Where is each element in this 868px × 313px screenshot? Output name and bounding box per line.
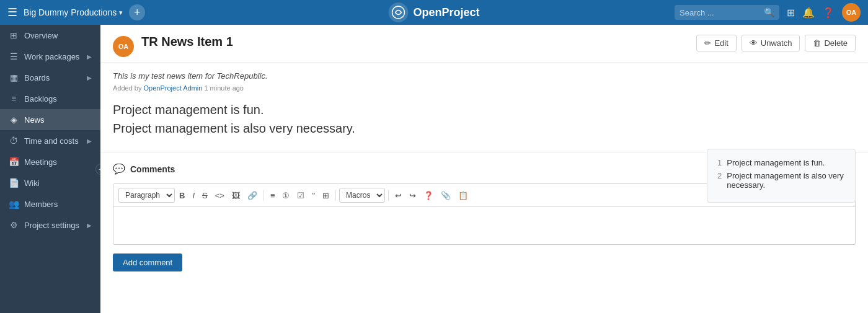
user-avatar[interactable]: OA: [842, 3, 861, 22]
trash-icon: 🗑: [813, 38, 821, 48]
add-comment-button[interactable]: Add comment: [113, 253, 182, 271]
sidebar-label-time-and-costs: Time and costs: [24, 136, 81, 146]
unwatch-button[interactable]: 👁 Unwatch: [742, 35, 800, 51]
grid-icon[interactable]: ⊞: [787, 7, 795, 19]
overview-icon: ⊞: [9, 30, 19, 40]
paragraph-select[interactable]: Paragraph: [118, 188, 175, 203]
toc-link-1[interactable]: Project management is fun.: [727, 158, 825, 167]
meetings-icon: 📅: [9, 157, 19, 167]
search-box[interactable]: 🔍: [675, 5, 779, 20]
undo-button[interactable]: ↩: [392, 188, 405, 203]
boards-expand-icon: ▶: [87, 74, 92, 81]
project-name-label[interactable]: Big Dummy Productions ▾: [24, 7, 123, 17]
news-meta: Added by OpenProject Admin 1 minute ago: [113, 84, 856, 92]
eye-icon: 👁: [750, 38, 758, 48]
backlogs-icon: ≡: [9, 94, 19, 104]
project-settings-expand-icon: ▶: [87, 222, 92, 229]
sidebar-label-overview: Overview: [24, 31, 92, 40]
work-packages-expand-icon: ▶: [87, 53, 92, 60]
sidebar-label-boards: Boards: [24, 73, 81, 82]
app-logo: OpenProject: [388, 2, 479, 22]
top-nav-left: ☰ Big Dummy Productions ▾ +: [7, 4, 145, 20]
news-description: This is my test news item for TechRepubl…: [113, 71, 856, 81]
sidebar-label-work-packages: Work packages: [24, 52, 81, 61]
sidebar-label-meetings: Meetings: [24, 157, 92, 167]
link-button[interactable]: 🔗: [244, 188, 260, 203]
news-content-line-2: Project management is also very necessar…: [113, 119, 856, 138]
sidebar-item-news[interactable]: ◈ News: [0, 109, 100, 130]
news-body: This is my test news item for TechRepubl…: [100, 63, 868, 146]
numbered-list-button[interactable]: ①: [279, 188, 293, 203]
redo-button[interactable]: ↪: [406, 188, 419, 203]
project-settings-icon: ⚙: [9, 220, 19, 230]
news-title: TR News Item 1: [141, 35, 233, 49]
sidebar-item-meetings[interactable]: 📅 Meetings: [0, 151, 100, 172]
sidebar-item-wiki[interactable]: 📄 Wiki: [0, 172, 100, 193]
sidebar-item-work-packages[interactable]: ☰ Work packages ▶: [0, 46, 100, 67]
comments-label: Comments: [130, 164, 175, 174]
italic-button[interactable]: I: [189, 188, 198, 203]
members-icon: 👥: [9, 199, 19, 209]
search-icon: 🔍: [764, 7, 774, 17]
edit-button[interactable]: ✏ Edit: [696, 35, 736, 51]
delete-button[interactable]: 🗑 Delete: [805, 35, 856, 51]
notification-icon[interactable]: 🔔: [802, 7, 815, 19]
sidebar-label-news: News: [24, 115, 92, 125]
sidebar-item-backlogs[interactable]: ≡ Backlogs: [0, 88, 100, 109]
toolbar-separator-3: [388, 190, 389, 201]
toolbar-separator-2: [335, 190, 336, 201]
sidebar: ◀ ⊞ Overview ☰ Work packages ▶ ▦ Boards …: [0, 25, 100, 313]
news-content-line-1: Project management is fun.: [113, 100, 856, 119]
quote-button[interactable]: ": [309, 188, 318, 203]
toc-num-1: 1: [717, 158, 722, 167]
sidebar-item-members[interactable]: 👥 Members: [0, 193, 100, 214]
search-input[interactable]: [680, 8, 760, 17]
toc-item-1: 1 Project management is fun.: [717, 158, 845, 167]
work-packages-icon: ☰: [9, 51, 19, 61]
hamburger-icon[interactable]: ☰: [7, 6, 17, 19]
top-nav: ☰ Big Dummy Productions ▾ + OpenProject …: [0, 0, 868, 25]
attach-button[interactable]: 📎: [438, 188, 454, 203]
news-author-avatar: OA: [113, 36, 134, 57]
embed-button[interactable]: 📋: [455, 188, 471, 203]
sidebar-label-wiki: Wiki: [24, 179, 92, 188]
comment-icon: 💬: [113, 163, 125, 175]
news-icon: ◈: [9, 115, 19, 125]
code-button[interactable]: <>: [212, 188, 228, 203]
wiki-icon: 📄: [9, 178, 19, 188]
comment-input[interactable]: [113, 207, 855, 244]
bold-button[interactable]: B: [176, 188, 188, 203]
sidebar-item-overview[interactable]: ⊞ Overview: [0, 25, 100, 46]
news-title-section: OA TR News Item 1: [113, 35, 233, 57]
sidebar-label-backlogs: Backlogs: [24, 94, 92, 104]
time-and-costs-expand-icon: ▶: [87, 138, 92, 144]
project-caret-icon: ▾: [119, 9, 123, 17]
strikethrough-button[interactable]: S: [199, 188, 211, 203]
news-header: OA TR News Item 1 ✏ Edit 👁 Unwatch 🗑 Del…: [100, 25, 868, 63]
sidebar-item-project-settings[interactable]: ⚙ Project settings ▶: [0, 214, 100, 236]
main-layout: ◀ ⊞ Overview ☰ Work packages ▶ ▦ Boards …: [0, 25, 868, 313]
image-button[interactable]: 🖼: [229, 188, 243, 203]
quick-add-button[interactable]: +: [129, 4, 145, 20]
sidebar-label-members: Members: [24, 200, 92, 209]
time-and-costs-icon: ⏱: [9, 136, 19, 146]
toc-item-2: 2 Project management is also very necess…: [717, 171, 845, 190]
help-icon[interactable]: ❓: [822, 7, 835, 19]
toc-link-2[interactable]: Project management is also very necessar…: [727, 171, 845, 190]
news-actions: ✏ Edit 👁 Unwatch 🗑 Delete: [696, 35, 856, 51]
logo-icon: [388, 2, 408, 22]
edit-icon: ✏: [704, 38, 711, 48]
toolbar-separator-1: [264, 190, 264, 201]
table-button[interactable]: ⊞: [319, 188, 332, 203]
logo-text: OpenProject: [413, 6, 479, 19]
top-nav-right: 🔍 ⊞ 🔔 ❓ OA: [675, 3, 861, 22]
news-author-link[interactable]: OpenProject Admin: [144, 84, 203, 92]
sidebar-label-project-settings: Project settings: [24, 221, 81, 230]
bullet-list-button[interactable]: ≡: [267, 188, 278, 203]
main-content: OA TR News Item 1 ✏ Edit 👁 Unwatch 🗑 Del…: [100, 25, 868, 313]
help-button[interactable]: ❓: [420, 188, 436, 203]
sidebar-item-time-and-costs[interactable]: ⏱ Time and costs ▶: [0, 130, 100, 151]
sidebar-item-boards[interactable]: ▦ Boards ▶: [0, 67, 100, 88]
macros-select[interactable]: Macros: [339, 188, 385, 203]
task-list-button[interactable]: ☑: [294, 188, 308, 203]
